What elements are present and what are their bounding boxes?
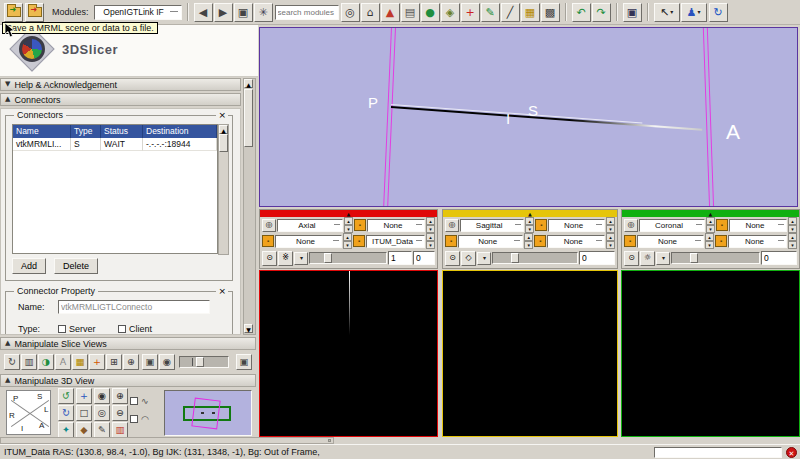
slice-visibility-button[interactable] [262,251,277,266]
slice-offset-slider[interactable] [671,252,760,264]
zoom-out-button[interactable]: ⊖ [112,405,128,421]
axial-viewport[interactable] [259,270,438,437]
home-module-button[interactable]: ⌂ [361,3,380,22]
table-row[interactable]: vtkMRMLI... S WAIT -.-.-.-:18944 [13,138,217,151]
label-spinner[interactable] [705,234,714,248]
module-back-button[interactable]: ◀ [194,3,213,22]
annotate-button[interactable]: ✎ [94,422,110,438]
foreground-spinner[interactable] [426,218,435,232]
offset-field[interactable] [579,251,615,265]
background-spinner[interactable] [426,234,435,248]
snapshot-button[interactable]: ◎ [94,405,110,421]
scrollbar-handle[interactable] [328,439,331,442]
orientation-spinner[interactable] [344,218,353,232]
slider-thumb[interactable] [511,253,519,263]
label-layer-button[interactable]: ▪ [262,235,274,247]
slice-menu-button[interactable]: ▾ [477,252,491,265]
close-connectors-button[interactable]: × [216,111,228,120]
coronal-background-dropdown[interactable]: None [728,235,787,248]
slider-thumb[interactable] [196,357,204,367]
redo-button[interactable]: ↷ [592,3,611,22]
slice-composite-button[interactable]: ※ [278,251,293,266]
horizontal-scrollbar[interactable] [0,437,334,444]
sagittal-orientation-dropdown[interactable]: Sagittal [460,219,524,232]
axial-background-dropdown[interactable]: ITUM_Data [366,235,425,248]
rock-view-checkbox[interactable]: ◠ [130,412,149,426]
stereo-button[interactable]: ▥ [112,422,128,438]
axial-title-bar[interactable] [260,210,437,217]
link-slices-button[interactable]: ◎ [624,219,638,232]
section-help[interactable]: Help & Acknowledgement [0,78,241,91]
slider-thumb[interactable] [690,253,698,263]
crosshair-button[interactable]: + [89,354,105,370]
volumes-module-button[interactable]: ▤ [401,3,420,22]
slice-menu-button[interactable]: ▾ [656,252,670,265]
slice-composite-button[interactable]: ◇ [461,251,476,266]
axial-label-dropdown[interactable]: None [275,235,342,248]
connector-name-input[interactable] [58,300,210,314]
orientation-spinner[interactable] [525,218,534,232]
section-3d-view[interactable]: Manipulate 3D View [0,374,256,387]
module-refresh-button[interactable]: ✳ [254,3,273,22]
slice-menu-button[interactable]: ▾ [294,252,308,265]
label-layer-button[interactable]: ▪ [624,235,636,247]
load-scene-button[interactable] [4,3,23,22]
data-module-button[interactable]: ▲ [381,3,400,22]
coronal-label-dropdown[interactable]: None [637,235,704,248]
measurements-module-button[interactable]: ╱ [501,3,520,22]
place-fiducial-button[interactable]: ♟▾ [681,3,707,22]
panel-scrollbar-thumb[interactable] [244,89,253,147]
fiducials-module-button[interactable]: + [461,3,480,22]
search-modules-button[interactable]: ◎ [341,3,360,22]
background-layer-button[interactable]: ▪ [534,235,546,247]
sagittal-viewport[interactable] [442,270,618,437]
label-opacity-button[interactable]: ◑ [38,354,54,370]
colors-module-button[interactable]: ▦ [521,3,540,22]
offset-field[interactable] [413,251,435,265]
slice-opacity-slider[interactable] [179,356,229,368]
screen-capture-button[interactable]: ▣ [623,3,642,22]
rotate-view-button[interactable]: ↺ [58,388,74,404]
coronal-foreground-dropdown[interactable]: None [729,219,787,232]
slice-visibility-button[interactable] [624,251,639,266]
foreground-spinner[interactable] [788,218,797,232]
section-connectors[interactable]: Connectors [0,93,241,106]
orientation-spinner[interactable] [706,218,715,232]
models-module-button[interactable]: ● [421,3,440,22]
server-checkbox[interactable]: Server [58,324,96,334]
scrollbar-thumb[interactable] [219,134,228,152]
label-layer-button[interactable]: ▪ [445,235,457,247]
offset-field[interactable] [761,251,797,265]
module-forward-button[interactable]: ▶ [214,3,233,22]
sagittal-title-bar[interactable] [443,210,617,217]
zoom-in-button[interactable]: ⊕ [112,388,128,404]
link-slices-button[interactable]: ◎ [445,219,459,232]
panel-scroll-down-icon[interactable] [244,324,253,333]
sagittal-background-dropdown[interactable]: None [547,235,605,248]
slice-visibility-button[interactable] [445,251,460,266]
axial-foreground-dropdown[interactable]: None [367,219,425,232]
annotations-button[interactable]: A [55,354,71,370]
slice-options-button[interactable]: ▣ [236,354,252,370]
background-spinner[interactable] [606,234,615,248]
view-box-button[interactable]: □ [76,405,92,421]
coronal-title-bar[interactable] [622,210,799,217]
client-checkbox[interactable]: Client [118,324,152,334]
threed-viewport[interactable]: P I S A [259,27,798,207]
center-view-button[interactable]: + [76,388,92,404]
label-spinner[interactable] [524,234,533,248]
error-indicator-icon[interactable]: ✕ [786,447,797,458]
look-from-button[interactable]: ◆ [76,422,92,438]
link-slices-button[interactable]: ◎ [262,219,276,232]
navigation-preview[interactable] [164,390,252,436]
foreground-layer-button[interactable]: ▪ [354,219,366,231]
background-spinner[interactable] [788,234,797,248]
section-slice-views[interactable]: Manipulate Slice Views [0,337,256,350]
sagittal-foreground-dropdown[interactable]: None [548,219,605,232]
editor-module-button[interactable]: ✎ [481,3,500,22]
module-search-input[interactable] [275,5,339,20]
slice-offset-slider[interactable] [492,252,578,264]
slider-thumb[interactable] [324,253,332,263]
camera-button[interactable]: ◉ [94,388,110,404]
save-scene-button[interactable] [25,3,44,22]
